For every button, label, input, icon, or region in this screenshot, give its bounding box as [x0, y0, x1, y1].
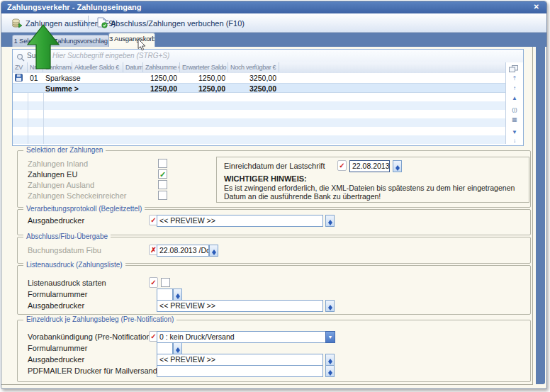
cell-summe-label: Summe >: [45, 84, 116, 94]
cell-erwarteter-saldo: 1250,00: [180, 73, 225, 83]
buchungsdatum-input[interactable]: 22.08.2013 /Do: [157, 245, 209, 257]
buchungsdatum-spinner[interactable]: [209, 245, 218, 257]
ausgabedrucker-select[interactable]: << PREVIEW >>: [157, 215, 323, 227]
formularnummer-spinner[interactable]: [173, 289, 182, 301]
apply-toggle-check-icon[interactable]: ✓: [149, 277, 158, 288]
ausland-checkbox[interactable]: [158, 180, 167, 189]
app-window: Zahlungsverkehr - Zahlungseingang ✕ Zahl…: [1, 1, 547, 389]
vorabankuendigung-label: Vorabankündigung (Pre-Notification): [28, 332, 153, 341]
red-cross-glyph: ✗: [150, 246, 156, 254]
empty-row: [13, 93, 505, 101]
eu-label: Zahlungen EU: [28, 170, 77, 179]
pdfmailer-spinner[interactable]: [325, 365, 335, 377]
ausgabedrucker-select[interactable]: << PREVIEW >>: [157, 300, 323, 312]
ausgabedrucker-label: Ausgabedrucker: [28, 301, 84, 310]
table-row[interactable]: 01 Sparkasse 1250,00 1250,00 3250,00: [13, 73, 505, 83]
groupbox-abschluss: Abschluss/Fibu-Übergabe Buchungsdatum Fi…: [17, 237, 531, 264]
cell-summe-zahlsumme: 1250,00: [143, 84, 177, 94]
vorabankuendigung-value: 0 : kein Druck/Versand: [159, 332, 235, 341]
grid-header-row: ZV Nr. Bankname Aktueller Saldo € Datum …: [13, 62, 505, 74]
eu-checkbox-checked[interactable]: ✓: [158, 169, 167, 179]
toolbar: Zahlungen ausführen (F9) Abschluss/Zahlu…: [1, 13, 546, 33]
scheck-checkbox[interactable]: [158, 191, 167, 200]
col-header-zahlsumme[interactable]: Zahlsumme €: [143, 62, 180, 72]
close-icon[interactable]: ✕: [534, 3, 539, 11]
cell-nr: 01: [30, 73, 41, 83]
empty-row: [13, 101, 505, 110]
buchungsdatum-value: 22.08.2013 /Do: [159, 246, 209, 254]
vorabankuendigung-select[interactable]: 0 : kein Druck/Versand: [157, 331, 326, 343]
scroll-up-icon[interactable]: ↑: [506, 85, 523, 92]
dropdown-arrow-icon[interactable]: ▼: [325, 331, 335, 343]
money-coins-icon: [11, 17, 23, 30]
search-input[interactable]: Hier Suchbegriff eingeben (STRG+S): [52, 52, 169, 60]
col-header-erwarteter-saldo[interactable]: Erwarteter Saldo €: [180, 62, 228, 72]
screen: Zahlungsverkehr - Zahlungseingang ✕ Zahl…: [0, 0, 550, 392]
scroll-down-icon[interactable]: ↓: [506, 138, 523, 145]
tab-ausgangskorb[interactable]: 3 Ausgangskorb: [108, 33, 155, 47]
ausgabedrucker-value: << PREVIEW >>: [159, 355, 215, 364]
formularnummer-input[interactable]: [157, 289, 173, 301]
empty-row: [13, 110, 505, 118]
empty-row: [13, 118, 505, 127]
ausgabedrucker-select[interactable]: << PREVIEW >>: [157, 354, 323, 366]
ausgabedrucker-value: << PREVIEW >>: [159, 216, 215, 225]
red-check-glyph: ✓: [150, 216, 156, 224]
hinweis-title: WICHTIGER HINWEIS:: [224, 174, 307, 183]
formularnummer-spinner[interactable]: [173, 342, 182, 354]
row-down-icon[interactable]: ▼: [506, 129, 523, 136]
cell-summe-noch-verfuegbar: 3250,00: [228, 84, 276, 94]
red-check-glyph: ✓: [339, 162, 344, 169]
formularnummer-label: Formularnummer: [28, 344, 87, 352]
row-up-icon[interactable]: ▲: [506, 95, 523, 102]
grid-view-icon[interactable]: ▦: [506, 116, 523, 123]
col-header-noch-verfuegbar[interactable]: Noch verfügbar €: [228, 62, 279, 72]
column-chooser-icon[interactable]: [509, 63, 518, 76]
empty-row: [13, 135, 505, 144]
ausgabedrucker-spinner[interactable]: [325, 300, 335, 312]
inland-checkbox[interactable]: [158, 159, 167, 168]
col-header-datum[interactable]: Datum: [123, 62, 143, 72]
lastschrift-date-spinner[interactable]: [393, 160, 402, 172]
cell-summe-erwarteter-saldo: 1250,00: [180, 84, 225, 94]
formularnummer-input[interactable]: [157, 342, 173, 354]
ausgabedrucker-spinner[interactable]: [325, 215, 335, 227]
col-header-aktueller-saldo[interactable]: Aktueller Saldo €: [72, 62, 123, 72]
hinweis-line1: Es ist zwingend erforderlich, die XML-Da…: [224, 184, 515, 192]
inland-label: Zahlungen Inland: [28, 159, 88, 168]
current-row-icon[interactable]: (|): [506, 106, 523, 113]
col-header-filler: [279, 62, 505, 72]
book-payments-button[interactable]: Abschluss/Zahlungen verbuchen (F10): [92, 16, 249, 30]
grid-search-row[interactable]: Suche Hier Suchbegriff eingeben (STRG+S): [13, 50, 523, 63]
lastschrift-date-label: Einreichdatum der Lastschrift: [224, 162, 325, 170]
groupbox-selektion: Selektion der Zahlungen Zahlungen Inland…: [17, 150, 531, 208]
ausland-label: Zahlungen Ausland: [28, 181, 94, 189]
pdfmailer-select[interactable]: [157, 365, 323, 377]
apply-toggle-check-icon[interactable]: ✓: [337, 160, 347, 171]
lastschrift-info-box: Einreichdatum der Lastschrift ✓ 22.08.20…: [216, 157, 529, 203]
listenausdruck-starten-label: Listenausdruck starten: [28, 279, 106, 287]
cell-zahlsumme: 1250,00: [143, 73, 177, 83]
lastschrift-date-input[interactable]: 22.08.2013: [349, 160, 390, 172]
ausgabedrucker-spinner[interactable]: [325, 354, 335, 366]
groupbox-abschluss-legend: Abschluss/Fibu-Übergabe: [23, 233, 111, 240]
cell-noch-verfuegbar: 3250,00: [228, 73, 276, 83]
window-title: Zahlungsverkehr - Zahlungseingang: [7, 3, 141, 11]
buchungsdatum-label: Buchungsdatum Fibu: [28, 246, 101, 254]
empty-row: [13, 127, 505, 135]
formularnummer-label: Formularnummer: [28, 290, 87, 298]
ausgabedrucker-label: Ausgabedrucker: [28, 355, 84, 364]
groupbox-listenausdruck-legend: Listenausdruck (Zahlungsliste): [23, 261, 125, 269]
groupbox-verarbeitungsprotokoll-legend: Verarbeitungsprotokoll (Begleitzettel): [23, 205, 145, 213]
title-bar: Zahlungsverkehr - Zahlungseingang ✕: [1, 1, 546, 13]
listenausdruck-starten-checkbox[interactable]: [161, 278, 170, 287]
red-check-glyph: ✓: [150, 279, 156, 286]
document-check-icon: [96, 17, 108, 30]
content-right-border: [532, 47, 533, 385]
pdfmailer-label: PDFMAILER Drucker für Mailversand: [28, 366, 157, 375]
scroll-top-icon[interactable]: ⤒: [506, 75, 523, 82]
col-header-zv[interactable]: ZV: [13, 62, 28, 72]
window-right-frame: [536, 47, 545, 384]
groupbox-selektion-legend: Selektion der Zahlungen: [23, 146, 106, 154]
book-payments-label: Abschluss/Zahlungen verbuchen (F10): [111, 19, 245, 28]
